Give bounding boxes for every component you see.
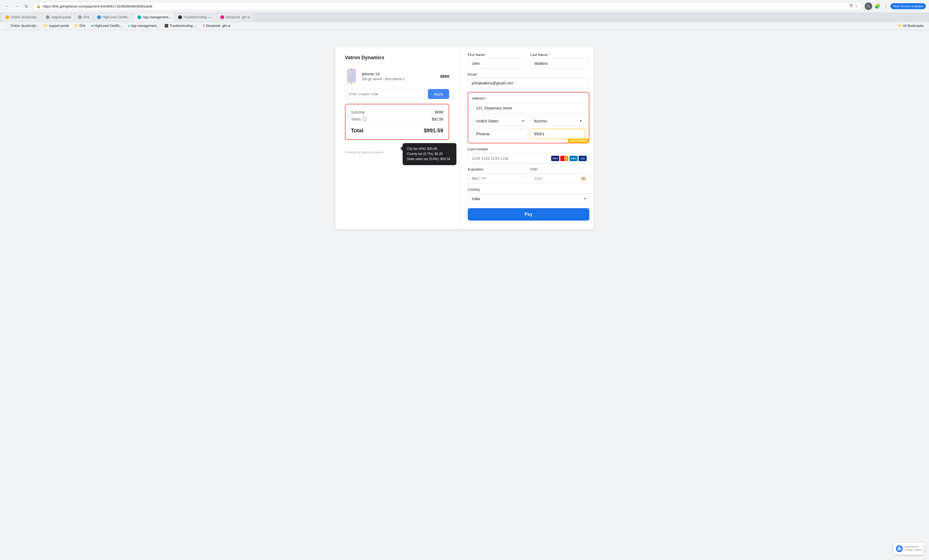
tab-appmanagement[interactable]: App management... xyxy=(134,13,175,21)
taxes-value: $92.59 xyxy=(432,117,443,121)
country-state-row: United States ▼ Arizona ▼ xyxy=(472,116,585,126)
back-button[interactable]: ← xyxy=(3,2,11,10)
tab-storybook[interactable]: Storybook -ghl-ui xyxy=(217,13,253,21)
bookmark-appmanagement[interactable]: ● App management... xyxy=(126,23,161,29)
coupon-input[interactable] xyxy=(345,89,426,99)
state-select[interactable]: Arizona xyxy=(530,116,585,126)
svg-point-7 xyxy=(899,549,900,550)
bookmark-highlevel-label: HighLevel Certific... xyxy=(95,24,123,28)
billing-country-select[interactable]: India xyxy=(468,194,589,204)
svg-point-3 xyxy=(351,82,352,83)
bookmark-js-label: Online JavaScript... xyxy=(11,24,38,28)
visa-icon: VISA xyxy=(551,156,559,161)
star-icon[interactable]: ☆ xyxy=(855,4,858,8)
tab-troubleshooting[interactable]: Troubleshooting —... xyxy=(175,13,217,21)
address-bar[interactable]: 🔒 https://link.gohighlevel.com/payment-l… xyxy=(32,2,863,10)
tab-favicon-appmanagement xyxy=(138,15,141,19)
bookmark-appmanagement-label: App management... xyxy=(131,24,159,28)
tab-label-troubleshooting: Troubleshooting —... xyxy=(184,15,213,19)
reload-button[interactable]: ↻ xyxy=(23,2,30,10)
browser-actions: G 🧩 ⋮ New Chrome available xyxy=(865,2,926,10)
bookmark-ghl[interactable]: 📁 GHL xyxy=(72,23,88,29)
tab-js[interactable]: Online JavaScript... xyxy=(2,13,42,21)
new-chrome-badge[interactable]: New Chrome available xyxy=(891,3,926,9)
bookmark-ghl-icon: 📁 xyxy=(74,24,78,28)
bookmark-troubleshooting-label: Troubleshooting -... xyxy=(170,24,197,28)
bookmark-support-icon: 📁 xyxy=(44,24,48,28)
address-bar-icons: 📍 ☆ xyxy=(849,4,858,8)
bookmark-storybook-label: Storybook -ghl-ui xyxy=(206,24,230,28)
more-icon[interactable]: ⋮ xyxy=(883,2,889,10)
card-icons: VISA ●● AMEX JCB xyxy=(551,156,587,161)
pay-button[interactable]: Pay xyxy=(468,208,589,220)
country-group: Country India ▼ xyxy=(468,187,589,204)
browser-chrome: ← → ↻ 🔒 https://link.gohighlevel.com/pay… xyxy=(0,0,929,30)
forward-button[interactable]: → xyxy=(13,2,20,10)
cvc-group: CVC 💳 xyxy=(530,167,589,184)
tab-favicon-storybook xyxy=(221,15,224,19)
bookmarks-bar: 📄 Online JavaScript... 📁 support-portal … xyxy=(0,22,929,30)
bookmark-js[interactable]: 📄 Online JavaScript... xyxy=(3,23,41,29)
tab-label-js: Online JavaScript... xyxy=(11,15,39,19)
tab-favicon-ghl xyxy=(78,15,82,19)
extensions-icon[interactable]: 🧩 xyxy=(873,2,881,10)
all-bookmarks-icon: 📁 xyxy=(898,24,902,28)
url-text: https://link.gohighlevel.com/payment-lin… xyxy=(43,4,847,8)
zip-input[interactable] xyxy=(530,129,585,139)
bookmark-support[interactable]: 📁 support-portal xyxy=(42,23,71,29)
last-name-input[interactable] xyxy=(530,58,589,69)
expiry-input[interactable] xyxy=(468,173,527,184)
all-bookmarks[interactable]: 📁 All Bookmarks xyxy=(895,23,926,29)
bookmark-troubleshooting[interactable]: ⬛ Troubleshooting -... xyxy=(162,23,199,29)
tooltip-line2: County tax (0.7%): $6.29 xyxy=(407,151,452,156)
first-name-label: First Name* xyxy=(468,53,527,57)
subtotal-value: $899 xyxy=(435,110,443,114)
tax-tooltip: City tax (4%): $35.96 County tax (0.7%):… xyxy=(403,143,457,165)
all-bookmarks-label: All Bookmarks xyxy=(903,24,924,28)
bookmark-highlevel[interactable]: ■ HighLevel Certific... xyxy=(89,23,124,29)
tab-highlevel[interactable]: HighLevel Certific... xyxy=(94,13,134,21)
right-panel: First Name* Last Name* Email* xyxy=(459,46,598,229)
street-input[interactable] xyxy=(472,103,585,113)
address-section: Address* United States ▼ Arizona ▼ xyxy=(468,92,589,143)
payment-card: Vatron Dynamics xyxy=(335,46,594,229)
expiry-cvc-row: Expiration CVC 💳 xyxy=(468,167,589,184)
total-label: Total xyxy=(351,127,363,134)
apply-button[interactable]: Apply xyxy=(428,89,449,99)
email-input[interactable] xyxy=(468,78,589,88)
cvc-label: CVC xyxy=(530,167,589,171)
tab-ghl[interactable]: GHL xyxy=(75,13,94,21)
first-name-required: * xyxy=(486,53,487,57)
first-name-input[interactable] xyxy=(468,58,527,69)
mastercard-icon: ●● xyxy=(560,156,569,161)
tab-support[interactable]: support-portal xyxy=(43,13,74,21)
iphone-icon xyxy=(346,69,356,84)
tab-label-ghl: GHL xyxy=(83,15,90,19)
bookmark-appmanagement-icon: ● xyxy=(128,24,130,28)
svg-rect-2 xyxy=(350,69,353,70)
tab-favicon-highlevel xyxy=(97,15,101,19)
card-input-wrapper: VISA ●● AMEX JCB xyxy=(468,153,589,164)
bookmark-storybook[interactable]: S Storybook -ghl-ui xyxy=(201,23,233,29)
expiry-group: Expiration xyxy=(468,167,527,184)
location-icon: 📍 xyxy=(849,4,853,8)
tab-label-support: support-portal xyxy=(51,15,71,19)
recaptcha-icon xyxy=(895,545,903,552)
subtotal-row: Subtotal $899 xyxy=(351,109,443,116)
tab-label-storybook: Storybook -ghl-ui xyxy=(226,15,250,19)
browser-titlebar: ← → ↻ 🔒 https://link.gohighlevel.com/pay… xyxy=(0,0,929,12)
product-info: Iphone 14 256 gb variant - Best Iphone j… xyxy=(362,72,437,81)
address-label: Address* xyxy=(472,96,585,100)
profile-avatar[interactable]: G xyxy=(865,2,872,10)
left-panel: Vatron Dynamics xyxy=(335,46,459,229)
taxes-info-icon[interactable]: i xyxy=(362,117,367,121)
product-image xyxy=(345,68,358,84)
country-select[interactable]: United States xyxy=(472,116,527,126)
state-select-wrapper: Arizona ▼ xyxy=(530,116,585,126)
address-required: * xyxy=(486,96,487,100)
card-number-label: Card number xyxy=(468,147,589,151)
product-price: $899 xyxy=(440,74,449,78)
subtotal-label: Subtotal xyxy=(351,110,365,114)
city-input[interactable] xyxy=(472,129,527,139)
tooltip-line3: State sales tax (5.6%): $50.34 xyxy=(407,156,452,162)
